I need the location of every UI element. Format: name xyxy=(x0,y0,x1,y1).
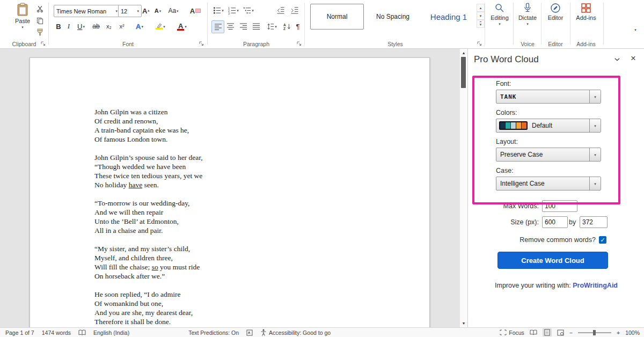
zoom-slider[interactable] xyxy=(578,332,611,333)
scroll-down-icon[interactable]: ▾ xyxy=(460,321,467,326)
poem-line: Myself, and children three, xyxy=(94,253,203,262)
dropdown-arrow-icon[interactable]: ▾ xyxy=(589,90,601,103)
paragraph-dialog-launcher-icon[interactable] xyxy=(297,41,302,46)
text-predictions-status[interactable]: Text Predictions: On xyxy=(188,329,239,336)
italic-button[interactable]: I xyxy=(64,20,73,32)
cut-button[interactable] xyxy=(34,4,45,13)
shrink-font-button[interactable]: A▾ xyxy=(152,5,163,17)
clipboard-dialog-launcher-icon[interactable] xyxy=(41,41,46,46)
web-layout-button[interactable] xyxy=(557,329,564,336)
style-no-spacing[interactable]: No Spacing xyxy=(366,4,420,30)
collapse-ribbon-button[interactable]: ▾ xyxy=(631,24,640,35)
strikethrough-button[interactable]: ab xyxy=(90,20,102,32)
svg-text:A: A xyxy=(283,23,286,26)
zoom-out-button[interactable]: − xyxy=(569,329,573,336)
bullets-button[interactable]: ▾ xyxy=(211,4,225,16)
copy-button[interactable] xyxy=(34,16,45,25)
vertical-scrollbar[interactable]: ▴ ▾ xyxy=(459,49,467,327)
poem-line: “My sister, and my sister’s child, xyxy=(94,244,203,253)
zoom-percentage[interactable]: 100% xyxy=(625,329,640,336)
colors-dropdown[interactable]: Default ▾ xyxy=(496,119,601,133)
addins-grid-icon xyxy=(581,3,591,13)
font-name-combobox[interactable]: Times New Roman ▾ xyxy=(54,5,120,17)
create-word-cloud-button[interactable]: Create Word Cloud xyxy=(497,252,608,269)
group-separator xyxy=(513,3,514,45)
scroll-up-icon[interactable]: ▴ xyxy=(460,50,467,55)
editing-button[interactable]: Editing ▾ xyxy=(486,3,513,38)
justify-button[interactable] xyxy=(250,20,262,32)
zoom-in-button[interactable]: + xyxy=(617,329,620,336)
multilevel-list-icon xyxy=(243,6,251,14)
clear-formatting-button[interactable]: A xyxy=(188,5,203,17)
grow-font-button[interactable]: A▾ xyxy=(141,5,151,17)
dictate-button[interactable]: Dictate ▾ xyxy=(514,3,541,38)
font-dropdown[interactable]: TANK ▾ xyxy=(496,90,601,104)
scrollbar-thumb[interactable] xyxy=(461,57,466,88)
remove-common-words-checkbox[interactable]: ✓ xyxy=(599,236,606,244)
highlight-button[interactable]: ▾ xyxy=(151,20,170,32)
superscript-button[interactable]: x² xyxy=(116,20,128,32)
justify-icon xyxy=(252,23,260,30)
dropdown-arrow-icon[interactable]: ▾ xyxy=(589,177,601,190)
format-painter-button[interactable] xyxy=(34,27,45,37)
colors-dropdown-value: Default xyxy=(531,122,589,129)
style-heading-1[interactable]: Heading 1 xyxy=(422,4,475,30)
style-normal[interactable]: Normal xyxy=(310,4,364,30)
underline-button[interactable]: U▾ xyxy=(74,20,88,32)
multilevel-list-button[interactable]: ▾ xyxy=(241,4,255,16)
proofing-status-button[interactable] xyxy=(78,329,86,336)
text-effects-button[interactable]: A▾ xyxy=(132,20,147,32)
align-center-button[interactable] xyxy=(224,20,236,32)
color-swatch xyxy=(522,122,526,129)
size-height-input[interactable] xyxy=(580,216,608,228)
read-mode-button[interactable] xyxy=(530,329,537,335)
align-right-button[interactable] xyxy=(237,20,249,32)
taskpane-chevron-down-icon[interactable] xyxy=(614,57,620,62)
increase-indent-button[interactable] xyxy=(289,4,301,16)
text-predictions-icon[interactable] xyxy=(246,329,253,336)
change-case-button[interactable]: Aa▾ xyxy=(165,5,181,17)
max-words-input[interactable] xyxy=(542,200,577,212)
poem-line: John Gilpin’s spouse said to her dear, xyxy=(94,153,203,162)
word-count-status[interactable]: 1474 words xyxy=(42,329,71,336)
subscript-button[interactable]: x₂ xyxy=(103,20,115,32)
microphone-icon xyxy=(523,3,532,13)
font-size-combobox[interactable]: 12 ▾ xyxy=(118,5,142,17)
layout-dropdown[interactable]: Preserve Case ▾ xyxy=(496,148,601,162)
page-number-status[interactable]: Page 1 of 7 xyxy=(5,329,34,336)
styles-gallery-down-button[interactable]: ▾ xyxy=(477,12,485,20)
styles-gallery-more-button[interactable]: ▾ xyxy=(477,20,485,28)
show-formatting-button[interactable]: ¶ xyxy=(293,20,303,32)
line-spacing-button[interactable]: ▾ xyxy=(264,20,279,32)
numbering-button[interactable]: 123 ▾ xyxy=(226,4,240,16)
language-status[interactable]: English (India) xyxy=(93,329,129,336)
size-by-label: by xyxy=(569,218,576,226)
taskpane-close-icon[interactable]: × xyxy=(631,53,636,64)
decrease-indent-button[interactable] xyxy=(275,4,287,16)
case-dropdown[interactable]: Intelligent Case ▾ xyxy=(496,177,601,191)
zoom-slider-thumb[interactable] xyxy=(593,330,596,335)
align-left-button[interactable] xyxy=(211,20,224,33)
editor-button[interactable]: Editor xyxy=(542,3,569,38)
print-layout-button[interactable] xyxy=(543,328,552,336)
dropdown-arrow-icon[interactable]: ▾ xyxy=(589,119,601,132)
group-separator xyxy=(207,3,208,45)
font-color-button[interactable]: A ▾ xyxy=(173,20,191,32)
underline-icon: U xyxy=(77,23,82,31)
styles-dialog-launcher-icon[interactable] xyxy=(477,41,482,46)
sort-button[interactable]: AZ xyxy=(281,20,293,32)
group-separator xyxy=(485,3,485,45)
prowritingaid-link[interactable]: ProWritingAid xyxy=(573,282,618,289)
bold-button[interactable]: B xyxy=(54,20,63,32)
addins-button[interactable]: Add-ins xyxy=(571,3,601,38)
paste-button[interactable]: Paste ▾ xyxy=(10,3,35,38)
dropdown-arrow-icon[interactable]: ▾ xyxy=(589,148,601,161)
editor-pencil-icon xyxy=(550,3,561,13)
styles-gallery-up-button[interactable]: ▴ xyxy=(477,4,485,12)
document-page[interactable]: John Gilpin was a citizenOf credit and r… xyxy=(30,57,430,327)
chevron-down-icon: ▾ xyxy=(185,25,187,28)
focus-mode-button[interactable]: Focus xyxy=(500,329,524,336)
size-width-input[interactable] xyxy=(542,216,568,228)
accessibility-status-button[interactable]: Accessibility: Good to go xyxy=(260,329,331,336)
font-dialog-launcher-icon[interactable] xyxy=(199,41,204,46)
